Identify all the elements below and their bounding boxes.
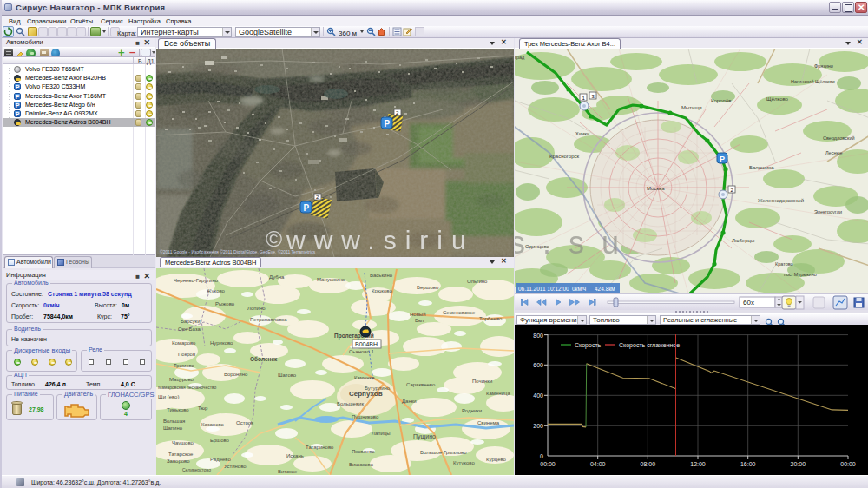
svg-text:Москва: Москва (647, 186, 665, 191)
svg-text:Барсуки: Барсуки (181, 319, 201, 324)
svg-text:Вишаково: Вишаково (349, 462, 374, 467)
svg-text:200: 200 (533, 423, 543, 429)
svg-text:град: град (515, 55, 525, 60)
svg-text:P: P (720, 155, 725, 163)
svg-text:Окн-База: Окн-База (178, 326, 201, 332)
svg-text:424.8км: 424.8км (595, 286, 615, 292)
svg-text:P: P (385, 119, 391, 129)
svg-text:Щи (ево): Щи (ево) (158, 394, 179, 399)
svg-text:Данки: Данки (402, 399, 417, 404)
svg-text:Каменица: Каменица (486, 391, 510, 396)
svg-text:Большое Грызлово: Большое Грызлово (420, 450, 467, 455)
svg-text:Королёв: Королёв (711, 98, 731, 103)
svg-text:Мацурово: Мацурово (169, 377, 194, 382)
svg-text:Рыжово: Рыжово (215, 301, 235, 307)
svg-text:Балашиха: Балашиха (749, 165, 774, 170)
svg-text:Пущино: Пущино (413, 433, 436, 440)
svg-text:Комарово: Комарово (172, 340, 196, 346)
svg-text:60x: 60x (743, 299, 754, 307)
svg-text:Устиново: Устиново (224, 464, 247, 469)
svg-text:Щёлково: Щёлково (766, 96, 789, 102)
svg-text:Быт: Быт (415, 318, 424, 323)
svg-text:©: © (266, 226, 282, 252)
svg-text:Тюр: Тюр (198, 406, 208, 411)
svg-text:Большевик: Большевик (337, 401, 364, 406)
svg-text:Родники: Родники (462, 408, 482, 413)
svg-text:600: 600 (533, 362, 543, 368)
svg-text:00:00: 00:00 (540, 461, 556, 467)
svg-text:Скорость сглаженное: Скорость сглаженное (619, 342, 680, 349)
svg-text:Искань: Искань (286, 453, 304, 458)
svg-text:Чернево-Гарутино: Чернево-Гарутино (174, 278, 219, 283)
svg-text:Лесные: Лесные (825, 150, 842, 155)
svg-text:Лопино: Лопино (247, 306, 266, 311)
svg-text:пос. Мурыкино: пос. Мурыкино (784, 272, 817, 277)
svg-text:Скорость: Скорость (575, 342, 602, 349)
svg-text:Люберцы: Люберцы (732, 238, 754, 243)
svg-text:Сараквеево: Сараквеево (406, 382, 436, 387)
svg-text:Бершово: Бершово (417, 285, 439, 290)
svg-text:Фрязино: Фрязино (814, 63, 833, 69)
svg-text:Тромово: Тромово (174, 363, 195, 368)
svg-text:Селиверстово: Селиверстово (182, 467, 211, 472)
svg-text:Оболенск: Оболенск (250, 356, 278, 362)
svg-text:P: P (304, 203, 310, 213)
svg-text:Красногорск: Красногорск (549, 154, 580, 159)
svg-text:Шатово: Шатово (278, 373, 297, 378)
svg-text:0: 0 (540, 453, 543, 459)
svg-text:Мытищи: Мытищи (681, 105, 702, 110)
svg-text:Ершово: Ершово (210, 438, 230, 443)
svg-text:Воронино: Воронино (224, 372, 248, 377)
svg-text:Кутуково: Кутуково (453, 460, 475, 465)
svg-text:Нагинский Щёлково: Нагинский Щёлково (791, 79, 835, 84)
svg-text:Торбеево: Торбеево (479, 316, 503, 321)
svg-text:16:00: 16:00 (740, 461, 756, 467)
svg-text:Васькино: Васькино (370, 273, 393, 278)
svg-text:Яковлево: Яковлево (352, 449, 375, 454)
svg-text:Нуриково: Нуриково (210, 340, 233, 346)
svg-text:Тиньково: Тиньково (167, 407, 189, 412)
svg-text:Семеновское: Семеновское (443, 310, 476, 315)
svg-text:Свинема: Свинема (477, 420, 500, 425)
svg-text:Остров: Остров (236, 420, 253, 425)
svg-text:Починки: Починки (472, 379, 492, 384)
svg-text:Крюково: Крюково (372, 288, 392, 293)
svg-text:Покров: Покров (178, 352, 195, 357)
svg-text:Электроугли: Электроугли (814, 209, 842, 214)
svg-text:Железнодорожный: Железнодорожный (758, 198, 804, 203)
svg-text:Мамаровская песчаночество: Мамаровская песчаночество (158, 385, 217, 390)
svg-text:Лапицы: Лапицы (372, 431, 391, 436)
svg-text:Петропавловка: Петропавловка (250, 317, 287, 322)
svg-text:Жуково: Жуково (207, 288, 226, 293)
svg-text:Сьяново 1: Сьяново 1 (349, 349, 374, 354)
svg-text:Серпухов: Серпухов (349, 390, 383, 398)
svg-text:©2011 Google - Изображения ©20: ©2011 Google - Изображения ©2011 Digital… (160, 249, 316, 254)
svg-text:Татариново: Татариново (306, 445, 334, 450)
svg-text:08:00: 08:00 (641, 461, 656, 467)
svg-text:Ольгино: Ольгино (467, 279, 488, 284)
svg-text:Заворово: Заворово (167, 458, 190, 464)
svg-text:12:00: 12:00 (690, 461, 706, 467)
svg-text:В004ВН: В004ВН (355, 341, 378, 347)
svg-text:00:00: 00:00 (840, 461, 856, 467)
svg-text:20:00: 20:00 (791, 461, 806, 467)
svg-text:Манушкино: Манушкино (317, 277, 345, 282)
svg-text:Шапино: Шапино (163, 425, 183, 431)
svg-text:400: 400 (533, 392, 543, 399)
svg-text:Дубна: Дубна (269, 274, 285, 280)
svg-text:04:00: 04:00 (590, 461, 606, 467)
svg-text:0км/ч: 0км/ч (572, 286, 586, 292)
svg-text:Татарское: Татарское (168, 452, 194, 457)
svg-text:Витское: Витское (278, 469, 298, 474)
svg-text:Пушниково: Пушниково (352, 414, 379, 419)
svg-text:800: 800 (533, 333, 543, 339)
svg-text:Чаушово: Чаушово (172, 440, 194, 445)
svg-text:s . s u: s . s u (515, 225, 623, 260)
svg-text:Курцево: Курцево (486, 457, 507, 462)
svg-text:Вольшая: Вольшая (163, 419, 185, 424)
svg-text:Кратово: Кратово (775, 261, 793, 267)
svg-text:Новый: Новый (410, 312, 426, 317)
svg-text:Свердловский: Свердловский (823, 135, 855, 141)
svg-text:Казаново: Казаново (201, 422, 225, 427)
svg-text:Химки: Химки (575, 131, 589, 136)
